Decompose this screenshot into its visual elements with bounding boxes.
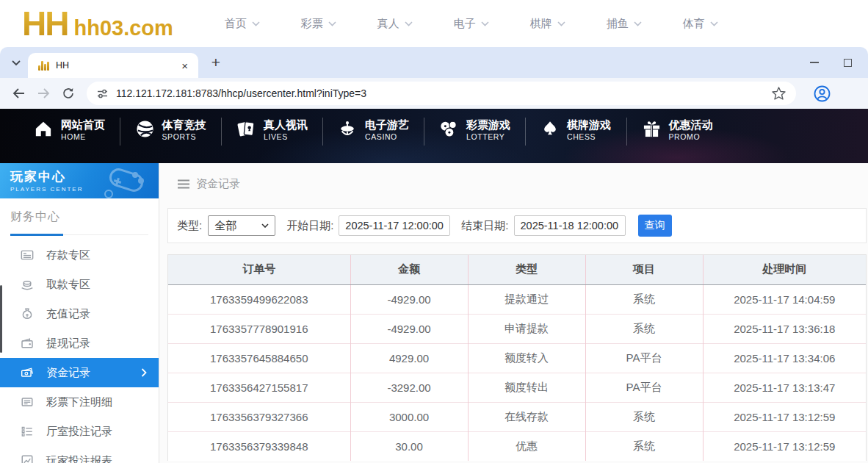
- reload-button[interactable]: [56, 81, 81, 106]
- profile-button[interactable]: [809, 81, 834, 106]
- window-controls: [810, 47, 852, 78]
- col-header-time: 处理时间: [703, 255, 866, 284]
- col-header-project: 项目: [585, 255, 703, 284]
- game-nav-label-zh: 体育竞技: [162, 118, 206, 132]
- game-nav-sports[interactable]: 体育竞技SPORTS: [120, 118, 221, 163]
- top-nav-sports[interactable]: 体育: [662, 17, 739, 31]
- game-nav-label-zh: 优惠活动: [669, 118, 713, 132]
- sidebar-item-withdrawal-record[interactable]: 提现记录: [0, 329, 159, 358]
- cell-order-no: 1763356379327366: [168, 402, 350, 431]
- chevron-down-icon: [710, 21, 718, 26]
- cell-amount: -4929.00: [350, 284, 468, 314]
- table-row: 1763356427155817 -3292.00 额度转出 PA平台 2025…: [168, 373, 866, 402]
- game-nav-label-zh: 网站首页: [61, 118, 105, 132]
- sidebar-item-label: 取款专区: [46, 278, 90, 292]
- top-nav-fishing[interactable]: 捕鱼: [586, 17, 662, 31]
- tab-search-button[interactable]: [7, 54, 25, 72]
- sidebar-item-withdraw[interactable]: 取款专区: [0, 270, 159, 299]
- cell-type: 在线存款: [468, 402, 585, 431]
- table-row: 1763359499622083 -4929.00 提款通过 系统 2025-1…: [168, 284, 866, 314]
- cell-type: 优惠: [468, 431, 585, 461]
- table-row: 1763356379339848 30.00 优惠 系统 2025-11-17 …: [168, 431, 866, 461]
- type-select[interactable]: 全部: [208, 215, 275, 236]
- cell-amount: 3000.00: [350, 402, 468, 431]
- page-scrollbar[interactable]: [0, 285, 2, 353]
- sidebar-item-label: 厅室投注记录: [46, 425, 112, 439]
- table-row: 1763356379327366 3000.00 在线存款 系统 2025-11…: [168, 402, 866, 431]
- top-nav-label: 捕鱼: [607, 17, 629, 31]
- top-nav-chess[interactable]: 棋牌: [510, 17, 586, 31]
- query-button[interactable]: 查询: [638, 215, 672, 237]
- lottery-icon: [439, 120, 458, 138]
- new-tab-button[interactable]: +: [207, 54, 225, 71]
- deposit-icon: [21, 248, 34, 262]
- minimize-icon[interactable]: [810, 62, 819, 63]
- finance-section: 财务中心: [0, 198, 159, 235]
- gift-icon: [643, 120, 661, 138]
- cell-time: 2025-11-17 14:04:59: [703, 284, 866, 314]
- game-nav-chess[interactable]: 棋牌游戏CHESS: [526, 118, 626, 163]
- end-date-input[interactable]: [514, 215, 626, 236]
- hamburger-icon[interactable]: [178, 179, 189, 189]
- filter-bar: 类型: 全部 开始日期: 结束日期: 查询: [167, 208, 867, 243]
- start-date-input[interactable]: [339, 215, 450, 236]
- site-favicon: [38, 61, 49, 71]
- sidebar-item-funds-record[interactable]: 资金记录: [0, 358, 159, 387]
- end-date-label: 结束日期:: [461, 219, 508, 233]
- cell-amount: 30.00: [350, 431, 468, 461]
- cards-icon: [236, 120, 256, 138]
- back-icon: [12, 88, 25, 98]
- game-nav-promo[interactable]: 优惠活动PROMO: [627, 118, 728, 163]
- game-nav-lottery[interactable]: 彩票游戏LOTTERY: [424, 118, 525, 163]
- url-text: 112.121.172.181:8783/hhcp/usercenter.htm…: [116, 87, 366, 99]
- page-title: 资金记录: [196, 177, 240, 191]
- game-nav-casino[interactable]: 电子游艺CASINO: [323, 118, 424, 163]
- start-date-label: 开始日期:: [286, 219, 333, 233]
- chevron-down-icon: [12, 60, 21, 66]
- cell-type: 提款通过: [468, 284, 585, 314]
- chevron-down-icon: [252, 21, 260, 26]
- cell-order-no: 1763359499622083: [168, 284, 350, 314]
- site-info-icon[interactable]: [97, 89, 108, 98]
- top-nav-live[interactable]: 真人: [357, 17, 433, 31]
- chevron-down-icon: [405, 21, 413, 26]
- sidebar-item-room-bet-record[interactable]: 厅室投注记录: [0, 417, 159, 446]
- sidebar-item-label: 充值记录: [46, 307, 90, 321]
- top-nav-label: 棋牌: [530, 17, 552, 31]
- sidebar-item-lottery-bet-detail[interactable]: 彩票下注明细: [0, 387, 159, 417]
- game-nav-label-en: LOTTERY: [466, 132, 510, 142]
- cell-project: PA平台: [585, 373, 703, 402]
- sidebar-item-recharge-record[interactable]: 充值记录: [0, 299, 159, 329]
- game-nav-home[interactable]: 网站首页HOME: [19, 118, 120, 163]
- chevron-right-icon: [141, 368, 147, 377]
- forward-button[interactable]: [31, 81, 56, 106]
- site-header: HH hh03.com 首页 彩票 真人 电子 棋牌 捕鱼 体育: [0, 0, 868, 47]
- chevron-down-icon: [557, 21, 565, 26]
- sidebar-item-player-bet-report[interactable]: 玩家投注报表: [0, 446, 159, 463]
- cell-time: 2025-11-17 13:13:47: [703, 373, 866, 402]
- sidebar: 玩家中心 PLAYERS CENTER 财务中心 存款专区 取款专区: [0, 163, 159, 463]
- site-logo-mark: HH: [22, 4, 68, 43]
- top-nav-electronic[interactable]: 电子: [433, 17, 510, 31]
- top-nav-home[interactable]: 首页: [204, 17, 281, 31]
- top-nav-lottery[interactable]: 彩票: [281, 17, 357, 31]
- back-button[interactable]: [6, 81, 31, 106]
- type-select-value: 全部: [214, 219, 236, 233]
- top-nav-label: 首页: [225, 17, 247, 31]
- sidebar-item-label: 资金记录: [46, 366, 90, 380]
- site-logo[interactable]: HH hh03.com: [22, 4, 173, 43]
- main-content: 资金记录 类型: 全部 开始日期: 结束日期: 查询: [159, 163, 868, 463]
- game-nav-label-en: SPORTS: [162, 132, 206, 142]
- browser-tab[interactable]: HH ×: [28, 53, 198, 78]
- sidebar-item-deposit[interactable]: 存款专区: [0, 240, 159, 270]
- maximize-icon[interactable]: [844, 59, 852, 67]
- tab-close-icon[interactable]: ×: [178, 59, 191, 73]
- bookmark-star-icon[interactable]: [772, 87, 786, 100]
- home-icon: [34, 120, 53, 137]
- cell-amount: -4929.00: [350, 314, 468, 343]
- gamepad-icon: [100, 166, 151, 198]
- table-header-row: 订单号 金额 类型 项目 处理时间: [168, 255, 866, 284]
- url-bar[interactable]: 112.121.172.181:8783/hhcp/usercenter.htm…: [87, 82, 796, 105]
- game-nav-label-zh: 电子游艺: [365, 118, 409, 132]
- game-nav-lives[interactable]: 真人视讯LIVES: [222, 118, 322, 163]
